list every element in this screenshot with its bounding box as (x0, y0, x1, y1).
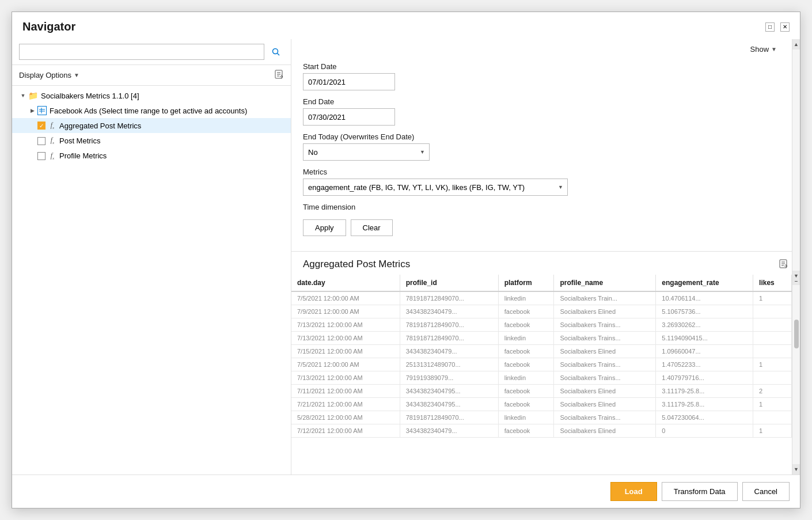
end-date-label: End Date (303, 97, 783, 106)
table-row: 7/15/2021 12:00:00 AM3434382340479...fac… (291, 345, 792, 358)
table-cell: 3.26930262... (656, 318, 753, 332)
table-cell: facebook (498, 358, 554, 371)
end-date-group: End Date (303, 97, 783, 126)
table-cell: Socialbakers Trains... (554, 318, 656, 332)
table-cell: Socialbakers Elined (554, 424, 656, 438)
export-icon-button[interactable] (275, 70, 284, 81)
tree-root-item[interactable]: ▼ 📁 Socialbakers Metrics 1.1.0 [4] (12, 88, 291, 103)
time-dimension-label: Time dimension (303, 203, 783, 211)
end-today-select-wrapper: No Yes (303, 143, 430, 161)
end-date-input[interactable] (303, 108, 395, 126)
table-cell: Socialbakers Trains... (554, 332, 656, 345)
table-cell: linkedin (498, 332, 554, 345)
form-area: Start Date End Date End Today (Overwrite… (291, 39, 800, 251)
search-input[interactable] (19, 44, 264, 60)
svg-point-0 (273, 49, 278, 54)
checkbox-aggregated[interactable]: ✓ (37, 122, 45, 130)
show-label: Show (750, 45, 769, 54)
metrics-label: Metrics (303, 168, 783, 176)
table-cell: 7/9/2021 12:00:00 AM (291, 305, 400, 318)
table-scrollbar: ▲ ▼ (792, 275, 800, 475)
table-icon (37, 106, 47, 115)
checkbox-post-metrics[interactable] (37, 137, 45, 145)
form-buttons: Apply Clear (303, 219, 783, 236)
form-scrollbar: ▲ ▼ (792, 39, 800, 281)
table-cell: linkedin (498, 411, 554, 424)
checkbox-profile-metrics[interactable] (37, 152, 45, 160)
display-options-bar: Display Options ▼ (12, 65, 291, 86)
table-cell: 1.09660047... (656, 345, 753, 358)
table-cell: 3434382340479... (400, 305, 498, 318)
end-today-label: End Today (Overwrites End Date) (303, 132, 783, 141)
start-date-group: Start Date (303, 62, 783, 90)
tree-item-facebook-ads-label: Facebook Ads (Select time range to get a… (50, 107, 247, 115)
fx-icon-3: fx (48, 151, 56, 161)
search-bar (12, 39, 291, 65)
col-likes: likes (753, 275, 792, 291)
title-bar: Navigator □ ✕ (12, 12, 800, 39)
time-dimension-group: Time dimension (303, 203, 783, 211)
cancel-button[interactable]: Cancel (742, 482, 790, 501)
table-cell: facebook (498, 398, 554, 411)
scroll-down-button[interactable]: ▼ (792, 271, 800, 281)
tree-expand-icon-2: ▶ (28, 107, 36, 115)
metrics-select-wrapper: engagement_rate (FB, IG, TW, YT, LI, VK)… (303, 179, 568, 196)
tree-item-post-metrics[interactable]: fx Post Metrics (12, 133, 291, 148)
table-row: 7/5/2021 12:00:00 AM781918712849070...li… (291, 291, 792, 305)
tree-item-aggregated-label: Aggregated Post Metrics (59, 122, 141, 130)
table-cell: 10.4706114... (656, 291, 753, 305)
table-cell: 7/5/2021 12:00:00 AM (291, 358, 400, 371)
table-cell: 2 (753, 385, 792, 398)
display-options-button[interactable]: Display Options ▼ (19, 71, 79, 79)
table-cell: 7/13/2021 12:00:00 AM (291, 371, 400, 385)
table-cell: Socialbakers Trains... (554, 371, 656, 385)
clear-button[interactable]: Clear (351, 219, 393, 236)
display-options-label: Display Options (19, 71, 71, 79)
minimize-button[interactable]: □ (765, 22, 775, 32)
table-scroll-down-button[interactable]: ▼ (792, 464, 800, 475)
tree-item-profile-metrics[interactable]: fx Profile Metrics (12, 149, 291, 164)
scroll-up-button[interactable]: ▲ (792, 39, 800, 50)
close-button[interactable]: ✕ (780, 22, 790, 32)
table-cell: 5.047230064... (656, 411, 753, 424)
table-wrapper: ▲ ▼ date.day profile_id pla (291, 275, 800, 475)
table-cell: 1 (753, 358, 792, 371)
apply-button[interactable]: Apply (303, 219, 346, 236)
table-cell (753, 371, 792, 385)
table-cell (753, 318, 792, 332)
data-table: date.day profile_id platform profile_nam… (291, 275, 792, 438)
table-cell: 1 (753, 398, 792, 411)
table-cell: 1.407979716... (656, 371, 753, 385)
table-scroll-container: date.day profile_id platform profile_nam… (291, 275, 800, 475)
window-body: Display Options ▼ (12, 39, 800, 475)
table-cell: 791919389079... (400, 371, 498, 385)
tree-item-aggregated[interactable]: ✓ fx Aggregated Post Metrics (12, 118, 291, 133)
table-cell: facebook (498, 345, 554, 358)
table-cell: 1.47052233... (656, 358, 753, 371)
table-cell: 7/21/2021 12:00:00 AM (291, 398, 400, 411)
window-controls: □ ✕ (765, 22, 790, 32)
show-dropdown-arrow-icon: ▼ (771, 46, 777, 52)
table-cell (753, 305, 792, 318)
end-today-group: End Today (Overwrites End Date) No Yes (303, 132, 783, 161)
table-cell: 7/12/2021 12:00:00 AM (291, 424, 400, 438)
tree-item-facebook-ads[interactable]: ▶ Facebook Ads (Select time range to get… (12, 103, 291, 118)
show-bar: Show ▼ (750, 39, 783, 59)
data-export-icon[interactable] (779, 259, 788, 270)
table-cell: 5.1194090415... (656, 332, 753, 345)
fx-icon-2: fx (48, 136, 56, 145)
load-button[interactable]: Load (610, 482, 657, 501)
table-cell: 1 (753, 291, 792, 305)
table-cell: 7/5/2021 12:00:00 AM (291, 291, 400, 305)
right-panel: Show ▼ ▲ ▼ Start Date End Date (291, 39, 800, 475)
start-date-label: Start Date (303, 62, 783, 71)
table-cell: 3.11179-25.8... (656, 385, 753, 398)
end-today-select[interactable]: No Yes (303, 143, 430, 161)
search-button[interactable] (268, 44, 284, 60)
col-engagement-rate: engagement_rate (656, 275, 753, 291)
table-cell: 34343823404795... (400, 385, 498, 398)
table-cell: Socialbakers Train... (554, 291, 656, 305)
transform-data-button[interactable]: Transform Data (662, 482, 738, 501)
start-date-input[interactable] (303, 73, 395, 90)
metrics-select[interactable]: engagement_rate (FB, IG, TW, YT, LI, VK)… (303, 179, 568, 196)
